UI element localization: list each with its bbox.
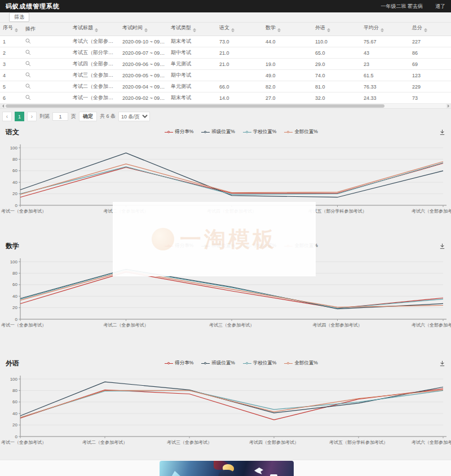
sort-icon[interactable] [193, 27, 196, 34]
total-count-label: 共 6 条 [100, 113, 116, 120]
svg-text:100: 100 [10, 146, 18, 151]
column-label: 平均分 [364, 25, 379, 30]
x-axis-label: 考试六（全部参加考试但满分不 [412, 323, 451, 328]
svg-text:20: 20 [12, 191, 17, 196]
view-detail-button[interactable] [25, 50, 31, 56]
cell-foreign: 81.0 [312, 81, 361, 92]
view-detail-button[interactable] [25, 38, 31, 45]
cell-chinese: 14.0 [216, 92, 263, 104]
scrollbar-thumb[interactable] [6, 104, 384, 108]
sort-icon[interactable] [95, 27, 98, 34]
col-math: 数学 [263, 23, 312, 36]
cell-average: 61.5 [361, 70, 409, 81]
col-time: 考试时间 [120, 23, 168, 36]
cell-time: 2020-09-05 ~ 09-05 [120, 70, 168, 81]
sort-icon[interactable] [381, 27, 384, 34]
view-detail-button[interactable] [25, 72, 31, 79]
chart-legend: 得分率%班级位置%学校位置%全部位置% [45, 360, 437, 367]
svg-text:0: 0 [15, 434, 18, 439]
scroll-left-icon[interactable] [0, 104, 5, 108]
table-header-row: 序号操作考试标题考试时间考试类型语文数学外语平均分总分 [0, 23, 451, 36]
sort-icon[interactable] [231, 27, 235, 34]
cell-index: 6 [0, 92, 23, 104]
svg-text:0: 0 [15, 317, 18, 322]
x-axis-label: 考试六（全部参加考试但满分不 [412, 209, 451, 214]
column-label: 数学 [266, 25, 276, 30]
download-chart-icon[interactable] [437, 243, 445, 249]
view-detail-button[interactable] [25, 95, 31, 102]
series-line-全部位置% [20, 161, 443, 194]
table-row: 1考试六（全部参加考试但满分…2020-09-10 ~ 09-10期末考试73.… [0, 36, 451, 47]
cell-math: 82.0 [263, 81, 312, 92]
view-detail-button[interactable] [25, 61, 31, 68]
page-size-select[interactable]: 10 条/页 [118, 112, 150, 121]
confirm-page-button[interactable]: 确定 [79, 112, 97, 121]
svg-text:80: 80 [12, 271, 17, 276]
svg-text:40: 40 [12, 180, 17, 185]
cell-index: 2 [0, 47, 23, 59]
cell-chinese: 21.0 [216, 47, 263, 59]
download-chart-icon[interactable] [437, 129, 445, 135]
cell-total: 86 [409, 47, 451, 59]
view-detail-button[interactable] [25, 83, 31, 90]
current-page-button[interactable]: 1 [15, 112, 24, 121]
sort-icon[interactable] [277, 27, 281, 34]
column-label: 考试类型 [171, 25, 191, 30]
sort-icon[interactable] [15, 27, 18, 34]
legend-item[interactable]: 得分率% [165, 360, 193, 367]
sort-icon[interactable] [144, 27, 148, 34]
legend-marker-icon [165, 362, 173, 365]
cell-title: 考试六（全部参加考试但满分… [70, 36, 120, 47]
legend-item[interactable]: 学校位置% [243, 360, 277, 367]
logout-button[interactable]: 退了 [435, 3, 445, 10]
cell-index: 1 [0, 36, 23, 47]
download-chart-icon[interactable] [437, 360, 445, 367]
scroll-right-icon[interactable] [446, 104, 451, 108]
legend-item[interactable]: 得分率% [165, 129, 193, 135]
legend-label: 得分率% [175, 129, 193, 135]
next-page-button[interactable]: › [27, 112, 37, 121]
jump-page-input[interactable] [52, 112, 68, 121]
legend-marker-icon [284, 362, 293, 365]
magnifier-icon [25, 73, 31, 79]
magnifier-icon [25, 96, 31, 102]
legend-label: 学校位置% [253, 360, 277, 367]
prev-page-button[interactable]: ‹ [2, 112, 12, 121]
cell-total: 69 [409, 59, 451, 70]
legend-item[interactable]: 学校位置% [243, 129, 277, 135]
page-footer: 感谢ThinkPHP,X-adm…的支持。 本系统… M [0, 460, 451, 476]
svg-text:60: 60 [12, 168, 17, 173]
cell-type: 期中考试 [168, 70, 216, 81]
legend-item[interactable]: 全部位置% [284, 360, 318, 367]
legend-label: 全部位置% [294, 129, 318, 135]
legend-item[interactable]: 班级位置% [201, 129, 235, 135]
column-label: 外语 [315, 25, 325, 30]
svg-text:60: 60 [12, 399, 17, 404]
x-axis-label: 考试三（全参加考试） [167, 440, 212, 445]
table-row: 2考试五（部分学科参加考试）2020-09-07 ~ 09-07期中考试21.0… [0, 47, 451, 59]
sort-icon[interactable] [327, 27, 330, 34]
cell-foreign: 32.0 [312, 92, 361, 104]
cell-math: 19.0 [263, 59, 312, 70]
legend-item[interactable]: 班级位置% [201, 360, 235, 367]
legend-marker-icon [201, 362, 210, 365]
col-average: 平均分 [361, 23, 409, 36]
horizontal-scrollbar[interactable] [0, 104, 451, 109]
sort-icon[interactable] [424, 27, 427, 34]
cell-foreign: 110.0 [312, 36, 361, 47]
cell-chinese: 21.0 [216, 59, 263, 70]
svg-text:100: 100 [10, 259, 18, 265]
legend-item[interactable]: 全部位置% [284, 129, 318, 135]
exam-table-body: 1考试六（全部参加考试但满分…2020-09-10 ~ 09-10期末考试73.… [0, 36, 451, 104]
cell-math [263, 47, 312, 59]
cell-chinese [216, 70, 263, 81]
x-axis-label: 考试六（全部参加考试但满分不 [412, 440, 451, 445]
series-line-得分率% [20, 389, 443, 420]
col-foreign: 外语 [312, 23, 361, 36]
cell-math: 49.0 [263, 70, 312, 81]
filter-button[interactable]: 筛选 [9, 12, 29, 22]
jump-prefix-label: 到第 [39, 113, 50, 120]
legend-label: 班级位置% [211, 129, 235, 135]
x-axis-label: 考试五（部分学科参加考试） [329, 440, 388, 445]
legend-marker-icon [165, 130, 173, 134]
